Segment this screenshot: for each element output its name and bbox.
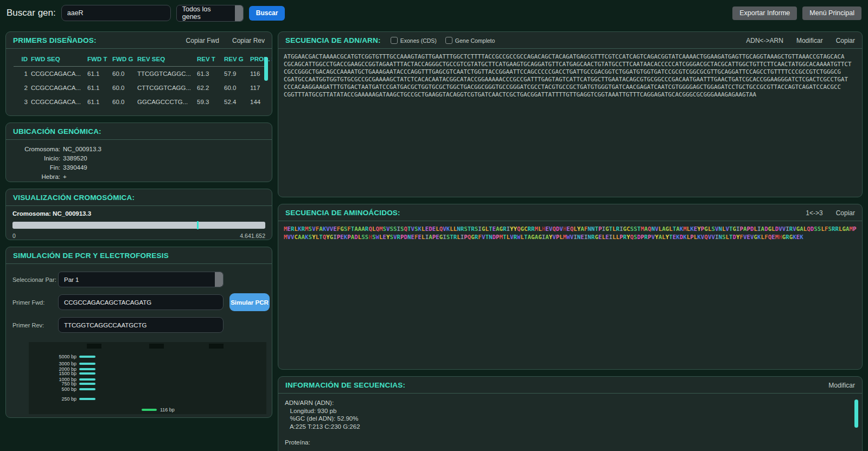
chromosome-name-label: Cromosoma: NC_000913.3 xyxy=(12,210,265,217)
primer-row[interactable]: 2CCGCCAGACA...61.160.0CTTCGGTCAGG...62.2… xyxy=(14,81,264,95)
dna-sequence-line: ATGGAACGACTAAAACGCATGTCGGTGTTTGCCAAAGTAG… xyxy=(284,53,857,61)
location-field-label: Hebra: xyxy=(12,172,60,182)
primers-column-header[interactable]: REV T xyxy=(197,56,221,62)
dna-sequence-line: CGCAGCATTGGCCTGACCGAAGCCGGTAGAATTTACTACC… xyxy=(284,61,857,68)
amino-acid-line: MERLKRMSVFAKVVEFGSFTAAARQLQMSVSSISQTVSKL… xyxy=(284,226,857,234)
one-three-letter-toggle-link[interactable]: 1<->3 xyxy=(806,209,822,217)
dna-copy-link[interactable]: Copiar xyxy=(836,37,855,44)
dna-sequence-line: CGGTTTATGCGTTATATACCGAAAAAGATAAGCTGCCGCT… xyxy=(284,91,857,99)
exons-cds-checkbox-box[interactable] xyxy=(391,37,398,44)
gel-well xyxy=(87,344,101,349)
primer-cell-id: 3 xyxy=(14,99,28,105)
primers-table: IDFWD SEQFWD TFWD GREV SEQREV TREV GPROD… xyxy=(6,49,272,109)
dna-rna-toggle-link[interactable]: ADN<->ARN xyxy=(746,37,783,44)
genomic-location-panel: UBICACIÓN GENÓMICA: Cromosoma:NC_000913.… xyxy=(5,123,272,182)
main-menu-button[interactable]: Menú Principal xyxy=(802,7,861,20)
location-field-label: Inicio: xyxy=(12,154,60,163)
location-field-value: 3389520 xyxy=(63,154,87,163)
location-field-label: Fin: xyxy=(12,163,60,172)
exons-cds-checkbox-label: Exones (CDS) xyxy=(400,37,437,44)
search-button[interactable]: Buscar xyxy=(249,6,285,21)
right-column: SECUENCIA DE ADN/ARN: Exones (CDS) Gene … xyxy=(278,31,863,451)
location-field-label: Cromosoma: xyxy=(12,145,60,154)
primer-row[interactable]: 3CCGCCAGACA...61.160.0GGCAGCCCTG...59.35… xyxy=(14,95,264,109)
select-scrollbar-thumb[interactable] xyxy=(235,5,243,21)
primer-cell-size: 144 xyxy=(250,99,272,105)
primers-column-header[interactable]: FWD G xyxy=(112,56,134,62)
full-gene-checkbox-box[interactable] xyxy=(445,37,452,44)
gel-well xyxy=(209,344,224,349)
primer-cell-rev_g: 57.9 xyxy=(224,70,247,77)
ladder-band-label: 500 bp xyxy=(29,386,76,392)
dna-sequence-title: SECUENCIA DE ADN/ARN: xyxy=(285,36,381,44)
primers-column-header[interactable]: FWD SEQ xyxy=(31,56,84,62)
chromosome-scale-start: 0 xyxy=(12,233,16,239)
ladder-band-label: 250 bp xyxy=(29,396,76,402)
primer-cell-fwd_g: 60.0 xyxy=(112,99,134,105)
pcr-product-label: 116 bp xyxy=(160,407,175,413)
ladder-band xyxy=(79,356,95,358)
primer-cell-fwd_t: 61.1 xyxy=(87,85,109,91)
primers-scrollbar[interactable] xyxy=(264,57,268,81)
location-field-value: + xyxy=(63,172,67,182)
dna-sequence-panel: SECUENCIA DE ADN/ARN: Exones (CDS) Gene … xyxy=(278,31,863,197)
info-scrollbar[interactable] xyxy=(854,400,858,428)
primer-cell-rev_t: 59.3 xyxy=(197,99,221,105)
location-field-value: 3390449 xyxy=(63,163,87,172)
copy-fwd-link[interactable]: Copiar Fwd xyxy=(186,37,219,44)
primer-pair-value: Par 1 xyxy=(64,276,79,283)
simulate-pcr-button[interactable]: Simular PCR xyxy=(229,293,270,311)
primer-cell-id: 2 xyxy=(14,85,28,91)
ladder-band xyxy=(79,372,95,375)
ladder-band xyxy=(79,363,95,365)
ladder-band xyxy=(79,388,95,390)
exons-cds-checkbox[interactable]: Exones (CDS) xyxy=(391,37,437,44)
primer-cell-fwd_seq: CCGCCAGACA... xyxy=(31,85,84,91)
left-column: PRIMERS DISEÑADOS: Copiar Fwd Copiar Rev… xyxy=(5,31,272,451)
primer-cell-fwd_g: 60.0 xyxy=(112,70,134,77)
protein-copy-link[interactable]: Copiar xyxy=(836,209,855,217)
primer-rev-input[interactable] xyxy=(58,317,224,333)
gene-position-marker xyxy=(197,221,199,229)
search-gene-label: Buscar gen: xyxy=(7,8,56,18)
gel-electrophoresis-view: 5000 bp3000 bp2000 bp1500 bp1000 bp750 b… xyxy=(29,342,266,414)
gene-filter-value: Todos los genes xyxy=(182,5,231,21)
export-report-button[interactable]: Exportar Informe xyxy=(732,7,797,20)
primer-cell-id: 1 xyxy=(14,70,28,77)
select-pair-label: Seleccionar Par: xyxy=(12,276,58,283)
primers-column-header[interactable]: REV SEQ xyxy=(137,56,194,62)
pair-select-scrollbar-thumb[interactable] xyxy=(215,272,223,287)
gene-filter-select[interactable]: Todos los genes xyxy=(176,5,244,22)
gel-well xyxy=(149,344,164,349)
primers-column-header[interactable]: REV G xyxy=(224,56,247,62)
chromosome-view-title: VISUALIZACIÓN CROMOSÓMICA: xyxy=(13,194,135,202)
primers-column-header[interactable]: PROD. SIZE xyxy=(250,56,272,62)
sequence-info-title: INFORMACIÓN DE SECUENCIAS: xyxy=(285,381,405,389)
copy-rev-link[interactable]: Copiar Rev xyxy=(232,37,265,44)
gene-search-input[interactable] xyxy=(61,5,171,21)
primers-column-header[interactable]: FWD T xyxy=(87,56,109,62)
info-modify-link[interactable]: Modificar xyxy=(828,382,855,389)
dna-sequence-line: CCCACAAGGAAGATTTGTGACTAATGATCCGATGACGCTG… xyxy=(284,83,857,91)
amino-acid-sequence-title: SECUENCIA DE AMINOÁCIDOS: xyxy=(285,209,400,217)
primer-row[interactable]: 1CCGCCAGACA...61.160.0TTCGGTCAGGC...61.3… xyxy=(14,67,264,81)
primer-cell-rev_seq: TTCGGTCAGGC... xyxy=(137,70,194,77)
chromosome-view-panel: VISUALIZACIÓN CROMOSÓMICA: Cromosoma: NC… xyxy=(5,189,272,240)
location-field-value: NC_000913.3 xyxy=(63,145,101,154)
primer-cell-rev_t: 62.2 xyxy=(197,85,221,91)
dna-modify-link[interactable]: Modificar xyxy=(796,37,823,44)
primer-cell-rev_seq: CTTCGGTCAGG... xyxy=(137,85,194,91)
primer-cell-fwd_g: 60.0 xyxy=(112,85,134,91)
ladder-band-label: 5000 bp xyxy=(29,354,76,359)
dna-sequence-line: CGCCGGGCTGACAGCCAAAATGCTGAAAGAATACCCAGGT… xyxy=(284,68,857,76)
chromosome-ideogram-bar[interactable] xyxy=(12,222,265,229)
full-gene-checkbox[interactable]: Gene Completo xyxy=(445,37,495,44)
primer-fwd-input[interactable] xyxy=(58,294,224,310)
location-field: Fin:3390449 xyxy=(12,163,265,172)
genomic-location-title: UBICACIÓN GENÓMICA: xyxy=(13,127,101,136)
top-bar: Buscar gen: Todos los genes Buscar Expor… xyxy=(0,0,868,26)
amino-acid-line: MVVCAAKSYLTQYGIPEKPADLSSHSWLEYSVRPDNEFEL… xyxy=(284,234,857,242)
primer-pair-select[interactable]: Par 1 xyxy=(58,272,224,287)
primers-column-header[interactable]: ID xyxy=(14,56,28,62)
main-content: PRIMERS DISEÑADOS: Copiar Fwd Copiar Rev… xyxy=(0,26,868,451)
